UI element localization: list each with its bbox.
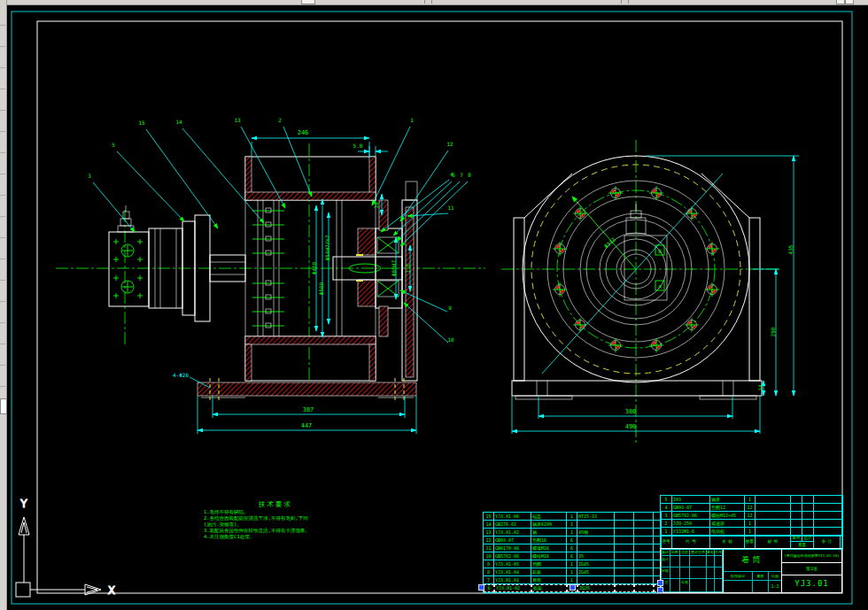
toolbar-tick: [0, 89, 5, 89]
bom-cell: 11: [484, 544, 494, 552]
bom-cell: [615, 576, 634, 584]
bom-cell: [577, 537, 615, 544]
bom-cell: YJ3.01-04: [494, 568, 531, 576]
leader-line: [283, 127, 312, 197]
bom-cell[interactable]: [615, 584, 634, 592]
flange-bolt-marks: [113, 239, 143, 298]
bom-cell: 45钢: [577, 529, 615, 537]
toolbar-tick: [0, 237, 5, 238]
bom-cell: 轴承: [710, 496, 745, 504]
bom-cell[interactable]: 6: [484, 584, 494, 592]
selection-grip[interactable]: [478, 584, 484, 591]
bom-cell: [814, 512, 842, 520]
bom-cell: 垫圈12: [710, 504, 745, 512]
title-block-cell: [707, 579, 715, 592]
bom-cell: 5: [661, 496, 672, 504]
title-block-revision-grid: 标记处数分区更改文件号签名年月日设计审核工艺批准: [661, 549, 723, 592]
bom-cell: JZQ-250: [672, 520, 710, 528]
bom-cell: YJ3.01.02: [494, 529, 531, 537]
bom-cell: [756, 512, 791, 520]
bom-header-weight-each: 单件: [791, 536, 802, 541]
bom-cell: 轴: [531, 529, 567, 537]
toolbar-tick: [0, 259, 5, 259]
bom-cell: [634, 537, 654, 544]
dim-447: 447: [301, 422, 313, 429]
bom-cell: 端盖: [531, 513, 567, 521]
bom-cell[interactable]: ZG35: [577, 584, 615, 592]
balloon-number: 5: [112, 142, 115, 148]
bom-cell: 1: [567, 521, 577, 529]
bom-cell: 螺栓M16: [531, 552, 567, 560]
balloon-number: 10: [447, 336, 454, 343]
bom-cell: 6: [567, 544, 577, 552]
bom-cell: [634, 521, 654, 529]
balloon-number: 8: [468, 172, 471, 178]
bom-cell: 9: [484, 560, 494, 568]
bom-cell: 14: [484, 521, 494, 529]
section-label-b: B: [658, 248, 662, 254]
title-block-cell: 签名: [707, 549, 715, 556]
bom-cell: 减速器: [710, 520, 745, 528]
note-line: 4.未注倒角按C1处理。: [204, 534, 385, 540]
title-block: 标记处数分区更改文件号签名年月日设计审核工艺批准 卷筒 阶段标记 重量 比例 1…: [660, 548, 842, 593]
balloon-number: 3: [88, 173, 91, 179]
weight-value: [753, 581, 769, 592]
drawing-number: YJ3.01: [782, 575, 841, 592]
bom-cell: [756, 520, 791, 528]
title-block-cell: 标记: [661, 549, 670, 556]
toolbar-tick: [0, 46, 5, 47]
title-block-cell: 处数: [670, 549, 680, 556]
bom-cell: [577, 521, 615, 529]
scale-value: 1:2: [769, 581, 782, 592]
selection-grip[interactable]: [657, 580, 663, 586]
bom-cell: 卷筒: [531, 576, 567, 584]
title-block-cell: [707, 556, 715, 568]
side-toolbar-button[interactable]: [0, 398, 7, 414]
bom-cell: [814, 520, 842, 528]
bom-cell: YJ3.01-06: [494, 513, 531, 521]
balloon-number: 2: [278, 117, 282, 123]
toolbar-tick: [0, 152, 5, 153]
bom-cell: HT15-33: [577, 513, 615, 521]
bom-cell: 6: [567, 537, 577, 544]
dim-dia500: Φ500: [318, 282, 324, 295]
bom-cell: GB276-82: [494, 521, 531, 529]
ucs-x-label: X: [108, 583, 115, 597]
balloon-number: 9: [448, 305, 452, 311]
assembly-spec: (带式输送机传动装置YJ3.01-10): [782, 549, 841, 563]
leader-line: [146, 129, 218, 228]
bom-cell: 1: [745, 520, 756, 528]
note-line: 3.装配后各运动件应转动灵活,不得有卡滞现象。: [204, 528, 385, 534]
toolbar-tick: [0, 110, 5, 111]
title-block-cell: 分区: [680, 549, 690, 556]
title-block-cell: 设计: [661, 556, 670, 568]
title-block-cell: [715, 556, 723, 568]
bearing-symbol-bottom: [377, 281, 399, 297]
title-block-right: (带式输送机传动装置YJ3.01-10) 第1张 YJ3.01: [781, 549, 841, 592]
bom-cell: 12: [484, 537, 494, 544]
toolbar-separator: [621, 0, 622, 4]
bom-cell: [791, 496, 802, 504]
bom-cell: [577, 544, 615, 552]
bom-cell[interactable]: [634, 584, 654, 592]
dim-490: 490: [625, 423, 637, 430]
bom-cell[interactable]: 机架: [531, 584, 567, 592]
dim-dia80: Φ80H7: [391, 260, 397, 276]
dim-dia54: Φ54H7/h7: [324, 235, 330, 260]
bom-cell: [814, 504, 842, 512]
bom-cell: [615, 537, 634, 544]
bom-cell[interactable]: YJ3.01-02: [494, 584, 531, 592]
bom-cell: 7: [484, 576, 494, 584]
bom-cell: 4: [661, 504, 672, 512]
bom-table-left: 15YJ3.01-06端盖1HT15-3314GB276-82轴承6209113…: [483, 512, 662, 593]
selection-grip[interactable]: [570, 584, 576, 591]
bom-cell: 13: [484, 529, 494, 537]
toolbar-tick: [0, 216, 5, 217]
bom-cell: 12: [745, 512, 756, 520]
selection-grip[interactable]: [657, 587, 663, 593]
title-block-cell: 更改文件号: [690, 549, 707, 556]
bom-cell: 轮毂: [531, 568, 567, 576]
bom-header-material: 材 料: [756, 536, 791, 549]
bom-cell: [615, 513, 634, 521]
bom-cell: [634, 560, 654, 568]
